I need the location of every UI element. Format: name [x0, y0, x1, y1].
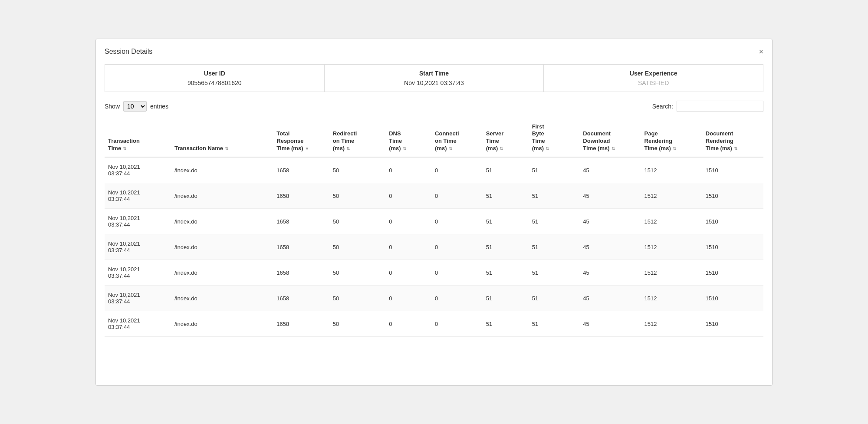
column-header-doc-rendering-time[interactable]: DocumentRenderingTime (ms) ⇅: [702, 119, 763, 158]
cell-server-time: 51: [483, 260, 529, 286]
column-header-first-byte-time[interactable]: FirstByteTime(ms) ⇅: [529, 119, 580, 158]
info-panel-title-user-experience: User Experience: [552, 70, 754, 77]
info-panel-value-start-time: Nov 10,2021 03:37:43: [333, 79, 535, 86]
cell-total-response: 1658: [273, 260, 329, 286]
cell-connection-time: 0: [431, 311, 483, 337]
cell-redirection-time: 50: [329, 157, 385, 183]
cell-first-byte-time: 51: [529, 311, 580, 337]
cell-doc-download-time: 45: [579, 260, 641, 286]
cell-server-time: 51: [483, 157, 529, 183]
show-label: Show: [105, 103, 120, 110]
show-entries-control: Show 102550100 entries: [105, 101, 168, 112]
table-row: Nov 10,202103:37:44/index.do165850005151…: [105, 234, 763, 260]
cell-transaction-time: Nov 10,202103:37:44: [105, 234, 171, 260]
cell-transaction-name: /index.do: [171, 183, 273, 209]
cell-transaction-time: Nov 10,202103:37:44: [105, 157, 171, 183]
info-panel-value-user-experience: SATISFIED: [552, 79, 754, 86]
sort-icon-transaction-time: ⇅: [123, 146, 126, 151]
cell-dns-time: 0: [385, 311, 431, 337]
table-controls: Show 102550100 entries Search:: [105, 101, 763, 112]
cell-total-response: 1658: [273, 234, 329, 260]
cell-transaction-time: Nov 10,202103:37:44: [105, 183, 171, 209]
cell-page-rendering-time: 1512: [641, 234, 702, 260]
cell-transaction-name: /index.do: [171, 311, 273, 337]
cell-connection-time: 0: [431, 286, 483, 311]
cell-doc-rendering-time: 1510: [702, 234, 763, 260]
cell-doc-rendering-time: 1510: [702, 157, 763, 183]
column-header-redirection-time[interactable]: Redirection Time(ms) ⇅: [329, 119, 385, 158]
column-header-connection-time[interactable]: Connection Time(ms) ⇅: [431, 119, 483, 158]
close-button[interactable]: ×: [759, 48, 763, 56]
cell-connection-time: 0: [431, 157, 483, 183]
cell-first-byte-time: 51: [529, 286, 580, 311]
cell-server-time: 51: [483, 234, 529, 260]
cell-first-byte-time: 51: [529, 260, 580, 286]
cell-redirection-time: 50: [329, 286, 385, 311]
cell-transaction-name: /index.do: [171, 209, 273, 234]
cell-connection-time: 0: [431, 260, 483, 286]
sort-icon-page-rendering-time: ⇅: [673, 146, 676, 151]
column-header-transaction-time[interactable]: TransactionTime ⇅: [105, 119, 171, 158]
transactions-table: TransactionTime ⇅Transaction Name ⇅Total…: [105, 119, 763, 337]
sort-icon-first-byte-time: ⇅: [546, 146, 549, 151]
column-header-page-rendering-time[interactable]: PageRenderingTime (ms) ⇅: [641, 119, 702, 158]
cell-transaction-name: /index.do: [171, 234, 273, 260]
cell-connection-time: 0: [431, 209, 483, 234]
sort-icon-doc-rendering-time: ⇅: [734, 146, 737, 151]
cell-doc-rendering-time: 1510: [702, 209, 763, 234]
column-header-transaction-name[interactable]: Transaction Name ⇅: [171, 119, 273, 158]
cell-dns-time: 0: [385, 209, 431, 234]
cell-redirection-time: 50: [329, 311, 385, 337]
cell-doc-rendering-time: 1510: [702, 311, 763, 337]
sort-icon-total-response: ▼: [305, 146, 309, 151]
cell-doc-download-time: 45: [579, 286, 641, 311]
cell-dns-time: 0: [385, 157, 431, 183]
table-row: Nov 10,202103:37:44/index.do165850005151…: [105, 157, 763, 183]
cell-server-time: 51: [483, 183, 529, 209]
info-panel-start-time: Start TimeNov 10,2021 03:37:43: [325, 65, 544, 92]
table-body: Nov 10,202103:37:44/index.do165850005151…: [105, 157, 763, 337]
cell-doc-download-time: 45: [579, 234, 641, 260]
cell-dns-time: 0: [385, 183, 431, 209]
table-row: Nov 10,202103:37:44/index.do165850005151…: [105, 209, 763, 234]
cell-transaction-time: Nov 10,202103:37:44: [105, 260, 171, 286]
info-panel-title-user-id: User ID: [114, 70, 316, 77]
cell-doc-download-time: 45: [579, 157, 641, 183]
info-panel-value-user-id: 9055657478801620: [114, 79, 316, 86]
info-panel-user-id: User ID9055657478801620: [105, 65, 325, 92]
cell-server-time: 51: [483, 286, 529, 311]
cell-redirection-time: 50: [329, 183, 385, 209]
cell-first-byte-time: 51: [529, 157, 580, 183]
column-header-total-response[interactable]: TotalResponseTime (ms) ▼: [273, 119, 329, 158]
entries-select[interactable]: 102550100: [123, 101, 147, 112]
cell-total-response: 1658: [273, 157, 329, 183]
column-header-dns-time[interactable]: DNSTime(ms) ⇅: [385, 119, 431, 158]
cell-total-response: 1658: [273, 209, 329, 234]
info-panels: User ID9055657478801620Start TimeNov 10,…: [105, 64, 763, 92]
sort-icon-doc-download-time: ⇅: [612, 146, 615, 151]
cell-first-byte-time: 51: [529, 234, 580, 260]
cell-total-response: 1658: [273, 286, 329, 311]
info-panel-title-start-time: Start Time: [333, 70, 535, 77]
cell-page-rendering-time: 1512: [641, 157, 702, 183]
sort-icon-dns-time: ⇅: [403, 146, 406, 151]
cell-doc-rendering-time: 1510: [702, 260, 763, 286]
search-label: Search:: [652, 103, 673, 110]
cell-connection-time: 0: [431, 234, 483, 260]
cell-first-byte-time: 51: [529, 183, 580, 209]
column-header-doc-download-time[interactable]: DocumentDownloadTime (ms) ⇅: [579, 119, 641, 158]
column-header-server-time[interactable]: ServerTime(ms) ⇅: [483, 119, 529, 158]
cell-total-response: 1658: [273, 311, 329, 337]
modal-title: Session Details: [105, 48, 152, 56]
session-details-modal: Session Details × User ID905565747880162…: [95, 39, 773, 386]
cell-transaction-name: /index.do: [171, 157, 273, 183]
cell-doc-rendering-time: 1510: [702, 183, 763, 209]
sort-icon-redirection-time: ⇅: [346, 146, 350, 151]
table-row: Nov 10,202103:37:44/index.do165850005151…: [105, 260, 763, 286]
cell-doc-download-time: 45: [579, 311, 641, 337]
cell-server-time: 51: [483, 209, 529, 234]
table-header: TransactionTime ⇅Transaction Name ⇅Total…: [105, 119, 763, 158]
cell-page-rendering-time: 1512: [641, 260, 702, 286]
entries-label: entries: [150, 103, 168, 110]
search-input[interactable]: [677, 101, 763, 112]
